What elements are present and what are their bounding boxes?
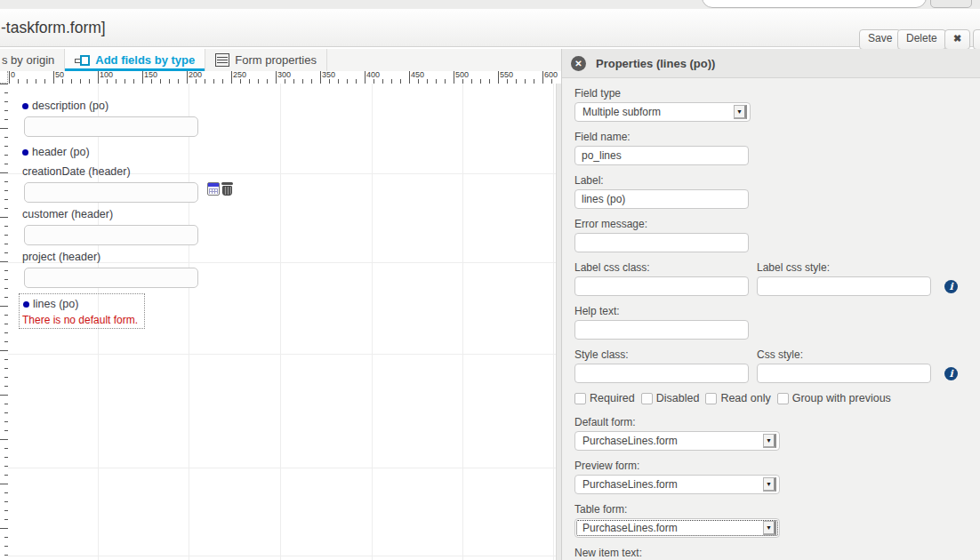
label-css-class-label: Label css class: <box>574 261 749 274</box>
dropdown-arrow-icon[interactable]: ▼ <box>763 521 776 535</box>
grid-line <box>372 84 373 560</box>
group-with-previous-checkbox[interactable] <box>777 393 789 404</box>
label-input[interactable] <box>574 189 749 209</box>
grid-line <box>8 468 556 468</box>
field-type-select[interactable]: Multiple subform ▼ <box>574 102 751 122</box>
tab-add-fields-by-origin[interactable]: s by origin <box>0 49 65 71</box>
field-label-text: header (po) <box>32 146 90 158</box>
form-modeler-screen: -taskform.form] Save Delete ✖ ▼ s by ori… <box>0 0 980 560</box>
editor-tabbar: s by origin Add fields by type Form prop… <box>0 49 561 71</box>
dropdown-arrow-icon[interactable]: ▼ <box>763 434 776 448</box>
field-label-header[interactable]: header (po) <box>22 146 90 158</box>
tab-label: Add fields by type <box>95 53 195 67</box>
help-text-row: Help text: <box>574 305 968 340</box>
field-label-description[interactable]: description (po) <box>22 100 108 112</box>
field-input-creationdate[interactable] <box>24 182 198 203</box>
toolbar-button[interactable] <box>930 0 972 8</box>
label-css-style-col: Label css style: <box>757 261 931 296</box>
field-type-value: Multiple subform <box>582 106 661 118</box>
field-label-lines: lines (po) <box>23 298 78 310</box>
field-bullet-icon <box>22 103 28 109</box>
field-label-text: lines (po) <box>33 298 78 310</box>
style-class-input[interactable] <box>574 364 749 383</box>
field-name-row: Field name: <box>574 131 968 165</box>
label-label: Label: <box>574 174 968 187</box>
field-input-customer[interactable] <box>24 225 198 245</box>
read-only-label: Read only <box>720 392 770 404</box>
required-label: Required <box>590 392 635 404</box>
disabled-label: Disabled <box>656 392 700 404</box>
grid-line <box>280 84 281 560</box>
preview-form-value: PurchaseLines.form <box>582 478 678 491</box>
css-style-label: Css style: <box>757 348 931 361</box>
table-form-select[interactable]: PurchaseLines.form ▼ <box>574 518 780 538</box>
table-form-label: Table form: <box>574 503 968 516</box>
ruler-number: 550 <box>500 70 513 79</box>
ruler-number: 0 <box>11 70 15 79</box>
disabled-checkbox[interactable] <box>641 393 653 404</box>
new-item-text-label: New item text: <box>574 547 968 559</box>
ruler-number: 300 <box>277 70 291 79</box>
read-only-checkbox[interactable] <box>705 393 717 404</box>
close-icon[interactable]: ✖ <box>944 29 970 50</box>
trash-icon[interactable] <box>221 182 233 196</box>
css-style-input[interactable] <box>757 364 931 383</box>
grid-line <box>189 84 189 560</box>
grid-line <box>8 556 556 556</box>
grid-line <box>553 84 554 560</box>
error-message-input[interactable] <box>574 233 749 252</box>
calendar-icon[interactable] <box>207 182 220 196</box>
dropdown-arrow-icon[interactable]: ▼ <box>734 105 747 119</box>
field-type-label: Field type <box>574 87 968 100</box>
field-name-input[interactable] <box>574 146 749 165</box>
info-icon[interactable]: i <box>944 280 958 293</box>
chevron-down-icon[interactable]: ▼ <box>973 29 980 50</box>
help-text-input[interactable] <box>574 320 749 340</box>
info-icon[interactable]: i <box>944 367 958 380</box>
properties-panel-header: ✕ Properties (lines (po)) <box>562 49 980 78</box>
delete-button[interactable]: Delete <box>897 29 946 50</box>
form-canvas[interactable]: description (po) header (po) creationDat… <box>8 84 556 560</box>
field-type-row: Field type Multiple subform ▼ <box>574 87 968 122</box>
selected-field-lines[interactable]: lines (po) There is no default form. <box>19 293 145 329</box>
field-bullet-icon <box>23 301 29 308</box>
table-form-value: PurchaseLines.form <box>582 522 678 534</box>
ruler-number: 50 <box>55 70 64 79</box>
dropdown-arrow-icon[interactable]: ▼ <box>763 477 776 492</box>
preview-form-select[interactable]: PurchaseLines.form ▼ <box>574 475 780 494</box>
field-label-creationdate[interactable]: creationDate (header) <box>22 165 131 178</box>
form-properties-icon <box>215 53 229 67</box>
field-input-project[interactable] <box>24 268 198 288</box>
tab-form-properties[interactable]: Form properties <box>205 49 327 71</box>
default-form-select[interactable]: PurchaseLines.form ▼ <box>574 431 780 451</box>
horizontal-ruler: 0 50 100 150 200 250 300 350 400 450 500… <box>8 71 556 84</box>
panel-title: Properties (lines (po)) <box>596 57 715 70</box>
error-message-row: Error message: <box>574 218 968 252</box>
style-class-col: Style class: <box>574 348 749 383</box>
ruler-number: 600 <box>544 70 558 79</box>
ruler-number: 450 <box>411 70 424 79</box>
style-class-label: Style class: <box>574 348 749 361</box>
label-css-class-input[interactable] <box>574 276 749 296</box>
tab-add-fields-by-type[interactable]: Add fields by type <box>65 49 205 71</box>
ruler-number: 200 <box>189 70 202 79</box>
label-css-style-input[interactable] <box>757 276 931 296</box>
ruler-number: 250 <box>233 70 246 79</box>
field-label-project[interactable]: project (header) <box>22 251 100 263</box>
properties-panel: ✕ Properties (lines (po)) Field type Mul… <box>561 49 980 560</box>
flags-row: Required Disabled Read only Group with p… <box>574 392 968 404</box>
field-input-description[interactable] <box>24 116 198 137</box>
field-label-customer[interactable]: customer (header) <box>22 208 113 220</box>
required-checkbox[interactable] <box>574 393 586 404</box>
tab-label: Form properties <box>235 53 317 67</box>
label-css-style-label: Label css style: <box>757 261 931 274</box>
search-input[interactable] <box>702 0 927 8</box>
label-row: Label: <box>574 174 968 209</box>
panel-close-icon[interactable]: ✕ <box>571 56 586 71</box>
save-button[interactable]: Save <box>859 29 901 50</box>
ruler-number: 150 <box>144 70 157 79</box>
preview-form-row: Preview form: PurchaseLines.form ▼ <box>574 460 968 494</box>
add-fields-icon <box>75 55 90 66</box>
table-form-row: Table form: PurchaseLines.form ▼ <box>574 503 968 538</box>
default-form-value: PurchaseLines.form <box>582 435 678 447</box>
